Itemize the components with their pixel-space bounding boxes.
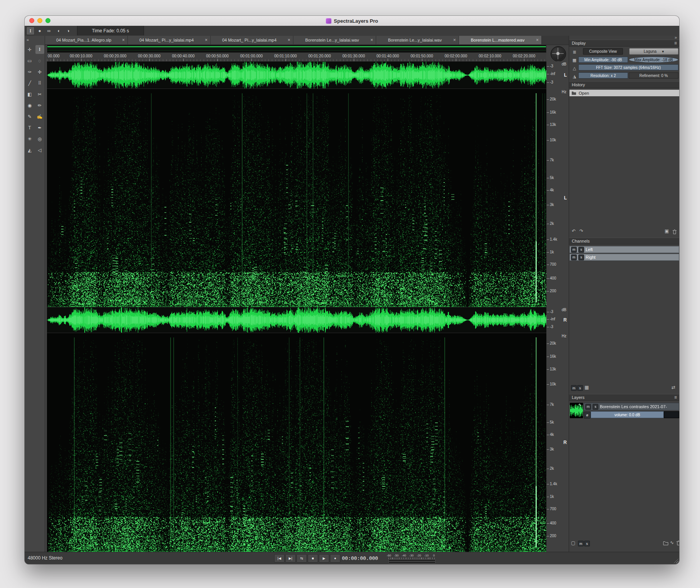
checkerboard-view-icon[interactable]: ▦ <box>571 57 578 63</box>
time-fade-setting[interactable]: Time Fade: 0.05 s <box>77 26 144 35</box>
colormap-dropdown[interactable]: Laguna ▾ <box>629 48 678 55</box>
close-tab-icon[interactable]: × <box>536 37 539 43</box>
waveform-left-canvas[interactable] <box>47 61 546 89</box>
tool-zoom[interactable]: ◎ <box>35 134 44 143</box>
tool-line-selection[interactable]: ╱ <box>25 79 34 87</box>
resize-grip[interactable] <box>672 557 678 563</box>
close-tab-icon[interactable]: × <box>370 37 373 43</box>
copy-history-icon[interactable]: ▣ <box>665 228 669 234</box>
refinement-field[interactable]: Refinement: 0 % <box>629 72 678 79</box>
tool-rectangle-selection[interactable]: ▭ <box>25 56 34 65</box>
channel-link-icon[interactable]: ⇄ <box>672 385 675 390</box>
add-folder-icon[interactable] <box>663 541 668 545</box>
channel-row-right[interactable]: m s Right <box>569 254 679 261</box>
redo-icon[interactable]: ↷ <box>579 228 583 234</box>
layers-menu-icon[interactable]: ≡ <box>674 395 677 400</box>
tool-move[interactable]: ✛ <box>25 45 34 54</box>
trash-icon[interactable] <box>672 229 677 235</box>
tool-text[interactable]: T <box>25 123 34 132</box>
close-tab-icon[interactable]: × <box>205 37 208 43</box>
layers-solo-all-button[interactable]: s <box>584 541 590 546</box>
layer-solo-button[interactable]: s <box>593 404 598 410</box>
tool-paint-brush[interactable]: ✎ <box>25 112 34 121</box>
tool-hand[interactable]: ✳ <box>25 134 34 143</box>
loop-button[interactable]: ⇆ <box>296 554 307 563</box>
phase-invert-button[interactable]: ø <box>584 412 591 419</box>
tool-pick[interactable]: ✍ <box>35 112 44 121</box>
resolution-field[interactable]: Resolution: x 2 <box>578 72 628 79</box>
grid-view-icon[interactable]: ▦ <box>584 385 589 390</box>
master-solo-button[interactable]: s <box>577 385 583 391</box>
master-mute-button[interactable]: m <box>571 385 577 391</box>
tab-document-3[interactable]: 04 Mozart_ Pi...y_lalalai.mp4× <box>211 36 293 44</box>
layers-view-icon[interactable]: ≣ <box>571 49 578 55</box>
tab-document-4[interactable]: Borenstein Le...y_lalalai.wav× <box>293 36 376 44</box>
history-item-open[interactable]: Open <box>569 90 679 96</box>
layers-panel-header: Layers ≡ <box>569 394 679 401</box>
volume-slider[interactable]: volume: 0.0 dB <box>591 411 664 418</box>
fft-size-field[interactable]: FFT Size: 3072 samples (64ms/16Hz) <box>578 64 678 70</box>
pan-zoom-knob[interactable] <box>551 46 566 62</box>
new-group-icon[interactable]: ▢ <box>571 540 575 546</box>
panel-overflow-icon[interactable]: » <box>675 35 677 40</box>
tool-3d-display[interactable]: ◭ <box>25 146 34 154</box>
tab-document-6-active[interactable]: Borenstein L...mastered.wav× <box>459 36 542 44</box>
tool-magic-wand[interactable]: ✢ <box>35 67 44 76</box>
channel-row-left[interactable]: m s Left <box>569 246 679 253</box>
fullscreen-window-button[interactable] <box>45 18 50 23</box>
close-tab-icon[interactable]: × <box>122 37 125 43</box>
play-button[interactable]: ▶ <box>319 554 329 563</box>
tool-cut[interactable]: ✂ <box>35 90 44 99</box>
overview-navigator[interactable] <box>47 45 546 53</box>
close-tab-icon[interactable]: × <box>288 37 290 43</box>
layer-mute-button[interactable]: m <box>585 404 591 410</box>
tool-pencil[interactable]: ✏ <box>35 101 44 110</box>
tool-playback[interactable]: ◁ <box>35 146 44 154</box>
tab-document-1[interactable]: 04 Mozart_Pia...1. Allegro.slp× <box>45 36 128 44</box>
time-ruler[interactable]: 00.000 00:00:10.000 00:00:20.000 00:00:3… <box>47 53 546 62</box>
mute-button[interactable]: m <box>571 247 577 253</box>
tool-eyedropper[interactable]: ✒ <box>35 123 44 132</box>
skip-to-end-button[interactable]: ▶| <box>285 554 296 563</box>
tool-lasso-selection[interactable]: ◌ <box>35 56 44 65</box>
max-amplitude-field[interactable]: Max Amplitude: -18 dB <box>629 57 678 63</box>
tool-time-selection[interactable]: I <box>35 45 44 54</box>
amplitude-scale-left: dB L -3 -inf -3 <box>546 61 569 89</box>
stop-button[interactable]: ■ <box>308 554 318 563</box>
active-tool-indicator[interactable]: I <box>26 27 35 35</box>
undo-icon[interactable]: ↶ <box>572 228 576 234</box>
titlebar[interactable]: SpectraLayers Pro <box>25 16 679 26</box>
close-window-button[interactable] <box>29 18 34 23</box>
collapse-palette-icon[interactable]: « <box>27 37 29 42</box>
layers-mute-all-button[interactable]: m <box>578 541 584 546</box>
triangle-view-icon[interactable]: △ <box>571 65 578 71</box>
solo-button[interactable]: s <box>578 247 584 253</box>
layer-row[interactable]: m s Borenstein Les contrastes 2021-07- <box>584 403 679 410</box>
skip-to-start-button[interactable]: |◀ <box>274 554 285 563</box>
tool-brush-selection[interactable]: ✑ <box>25 67 34 76</box>
waveform-right-canvas[interactable] <box>47 307 546 333</box>
compare-view-icon[interactable]: ◑ <box>65 27 72 35</box>
add-layer-icon[interactable]: ∿ <box>670 540 674 545</box>
contrast-view-icon[interactable]: ◐ <box>55 27 62 35</box>
display-menu-icon[interactable]: ≡ <box>674 40 677 46</box>
solo-button[interactable]: s <box>578 255 584 260</box>
record-button[interactable]: ● <box>330 554 340 563</box>
triangle-filled-view-icon[interactable]: ◮ <box>571 73 578 79</box>
tool-clone-stamp[interactable]: ◉ <box>25 101 34 110</box>
close-tab-icon[interactable]: × <box>453 37 456 43</box>
overview-waveform-canvas[interactable] <box>47 45 546 52</box>
record-icon[interactable]: ● <box>36 27 43 35</box>
mute-button[interactable]: m <box>571 255 577 260</box>
cycle-playback-icon[interactable]: ∞ <box>45 27 53 35</box>
tab-document-2[interactable]: 04 Mozart_ Pi...y_lalalai.mp4× <box>128 36 211 44</box>
tab-document-5[interactable]: Borenstein Le...y_lalalai.wav× <box>376 36 459 44</box>
delete-layer-icon[interactable] <box>676 540 679 546</box>
min-amplitude-field[interactable]: Min Amplitude: -90 dB <box>578 57 628 63</box>
spectrogram-left-canvas[interactable] <box>47 89 546 307</box>
tool-handle[interactable]: ⠿ <box>35 79 44 87</box>
spectrogram-right-canvas[interactable] <box>47 333 546 552</box>
composite-view-button[interactable]: Composite View <box>583 48 623 55</box>
minimize-window-button[interactable] <box>37 18 42 23</box>
tool-eraser[interactable]: ◧ <box>25 90 34 99</box>
